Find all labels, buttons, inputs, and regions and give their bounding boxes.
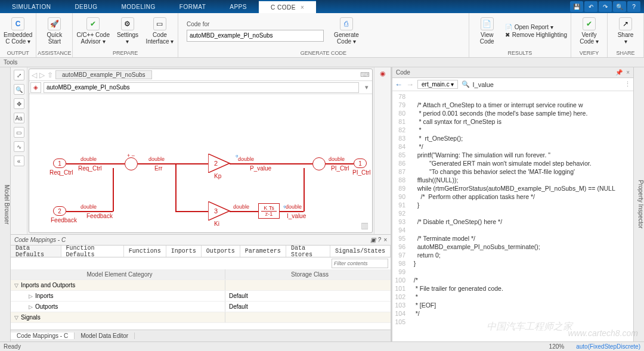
outport-1[interactable]: 1 bbox=[354, 159, 367, 168]
nav-back-icon[interactable]: ← bbox=[395, 80, 402, 89]
simulink-canvas[interactable]: 1 Req_Ctrl double Req_Ctrl 2 Feedback do… bbox=[29, 94, 372, 232]
verify-code-button[interactable]: ✔VerifyCode ▾ bbox=[575, 17, 603, 45]
resize-icon: ▥ bbox=[361, 220, 369, 230]
sum-block-2[interactable] bbox=[312, 157, 326, 170]
mappings-title: Code Mappings - C bbox=[14, 237, 66, 243]
foot-tab-mde[interactable]: Model Data Editor bbox=[75, 333, 135, 339]
signal-icon[interactable]: ∿ bbox=[14, 141, 24, 152]
code-interface-button[interactable]: ▭CodeInterface ▾ bbox=[145, 17, 174, 45]
table-row[interactable]: ▷InportsDefault bbox=[11, 291, 391, 302]
keyboard-icon[interactable]: ⌨ bbox=[360, 71, 370, 79]
table-row[interactable]: ▽Signals bbox=[11, 312, 391, 323]
zoom-fit-icon[interactable]: ⤢ bbox=[14, 70, 24, 80]
nav-fwd-icon[interactable]: ▷ bbox=[39, 71, 45, 79]
filter-input[interactable] bbox=[332, 259, 388, 268]
table-row[interactable]: ▽Inports and Outports bbox=[11, 280, 391, 291]
ribbon: CEmbeddedC Code ▾ OUTPUT 🚀QuickStart ASS… bbox=[0, 13, 644, 58]
maptab-outports[interactable]: Outports bbox=[202, 246, 240, 257]
svg-text:3: 3 bbox=[214, 207, 218, 215]
main-menubar: SIMULATION DEBUG MODELING FORMAT APPS C … bbox=[0, 0, 644, 13]
tab-debug[interactable]: DEBUG bbox=[63, 0, 109, 13]
more-icon[interactable]: ⋮ bbox=[624, 80, 631, 88]
discrete-integrator[interactable]: K Tsz-1 bbox=[258, 203, 280, 219]
code-for-input[interactable] bbox=[187, 30, 324, 42]
signal-log-icon[interactable]: ᵠ bbox=[283, 204, 286, 212]
settings-button[interactable]: ⚙Settings▾ bbox=[113, 17, 142, 45]
pan-icon[interactable]: ✥ bbox=[14, 98, 24, 109]
maptab-inports[interactable]: Inports bbox=[166, 246, 202, 257]
status-bar: Ready 120% auto(FixedStepDiscrete) bbox=[0, 341, 644, 351]
zoom-icon[interactable]: 🔍 bbox=[14, 84, 24, 95]
model-icon: ◈ bbox=[30, 82, 41, 93]
search-icon: 🔍 bbox=[462, 80, 470, 88]
foot-tab-mappings[interactable]: Code Mappings - C bbox=[11, 333, 75, 339]
maptab-data-stores[interactable]: Data Stores bbox=[286, 246, 330, 257]
address-input[interactable] bbox=[44, 82, 359, 93]
status-ready: Ready bbox=[4, 343, 21, 350]
code-search-input[interactable] bbox=[472, 81, 621, 88]
gain-kp[interactable]: 2 bbox=[208, 154, 231, 173]
nav-up-icon[interactable]: ⇧ bbox=[47, 71, 53, 79]
code-for-label: Code for bbox=[187, 21, 324, 27]
code-pane-title: Code bbox=[396, 69, 410, 76]
collapse-icon[interactable]: « bbox=[14, 156, 24, 166]
close-icon[interactable]: × bbox=[301, 4, 304, 11]
svg-text:2: 2 bbox=[214, 160, 218, 167]
breadcrumb[interactable]: autoMBD_example_PI_noSubs bbox=[55, 70, 152, 79]
maptab-function-defaults[interactable]: Function Defaults bbox=[61, 246, 124, 257]
search-icon[interactable]: 🔍 bbox=[613, 1, 626, 12]
view-code-button[interactable]: 📄ViewCode bbox=[473, 17, 501, 45]
status-solver[interactable]: auto(FixedStepDiscrete) bbox=[576, 343, 640, 350]
save-icon[interactable]: 💾 bbox=[570, 1, 583, 12]
model-browser-tab[interactable]: Model Browser bbox=[0, 67, 11, 341]
tab-apps[interactable]: APPS bbox=[218, 0, 259, 13]
close-icon[interactable]: × bbox=[626, 69, 630, 76]
signal-log-icon[interactable]: ᵠ bbox=[236, 153, 239, 161]
tools-row: Tools bbox=[0, 58, 644, 67]
status-zoom[interactable]: 120% bbox=[549, 343, 565, 350]
maptab-signals[interactable]: Signals/States bbox=[330, 246, 391, 257]
generate-code-button[interactable]: ⎙GenerateCode ▾ bbox=[332, 17, 361, 45]
maptab-parameters[interactable]: Parameters bbox=[240, 246, 286, 257]
quick-start-button[interactable]: 🚀QuickStart bbox=[40, 17, 69, 45]
property-inspector-tab[interactable]: Property Inspector bbox=[633, 67, 644, 341]
tab-c-code[interactable]: C CODE× bbox=[259, 0, 316, 13]
maptab-data-defaults[interactable]: Data Defaults bbox=[11, 246, 61, 257]
undo-icon[interactable]: ↶ bbox=[584, 1, 597, 12]
code-mappings-panel: Code Mappings - C ▣?× Data Defaults Func… bbox=[11, 234, 391, 341]
inport-2[interactable]: 2 bbox=[53, 206, 66, 216]
maximize-icon[interactable]: ▣ bbox=[370, 237, 376, 243]
svg-marker-2 bbox=[208, 201, 230, 220]
sum-block-1[interactable] bbox=[125, 157, 138, 170]
nav-back-icon[interactable]: ◁ bbox=[32, 71, 37, 79]
svg-marker-0 bbox=[208, 154, 230, 173]
image-icon[interactable]: ▭ bbox=[14, 127, 24, 138]
maptab-functions[interactable]: Functions bbox=[124, 246, 166, 257]
canvas-toolbar: ⤢ 🔍 ✥ Aa ▭ ∿ « bbox=[11, 67, 27, 234]
inport-1[interactable]: 1 bbox=[53, 159, 66, 168]
embedded-c-button[interactable]: CEmbeddedC Code ▾ bbox=[4, 17, 32, 45]
gain-ki[interactable]: 3 bbox=[208, 201, 231, 220]
record-icon[interactable]: ◉ bbox=[380, 70, 386, 77]
close-icon[interactable]: × bbox=[383, 237, 387, 243]
code-advisor-button[interactable]: ✔C/C++ CodeAdvisor ▾ bbox=[76, 17, 110, 45]
pin-icon[interactable]: 📌 bbox=[615, 69, 623, 76]
annotate-icon[interactable]: Aa bbox=[14, 113, 24, 123]
redo-icon[interactable]: ↷ bbox=[599, 1, 612, 12]
inport-2-label: Feedback bbox=[51, 217, 77, 223]
inport-1-label: Req_Ctrl bbox=[49, 169, 73, 176]
tab-modeling[interactable]: MODELING bbox=[109, 0, 167, 13]
tab-simulation[interactable]: SIMULATION bbox=[0, 0, 63, 13]
share-button[interactable]: ↗Share▾ bbox=[611, 17, 640, 45]
code-editor[interactable]: 7879 /* Attach rt_OneStep to a timer or … bbox=[392, 91, 633, 341]
dropdown-icon[interactable]: ▾ bbox=[361, 83, 372, 91]
open-report-button[interactable]: 📄 Open Report ▾ bbox=[505, 24, 567, 30]
help-icon[interactable]: ? bbox=[378, 237, 382, 243]
file-selector[interactable]: ert_main.c ▾ bbox=[417, 80, 458, 89]
tab-format[interactable]: FORMAT bbox=[168, 0, 218, 13]
nav-fwd-icon[interactable]: → bbox=[406, 80, 414, 89]
help-icon[interactable]: ? bbox=[627, 1, 640, 12]
remove-highlighting-button[interactable]: ✖ Remove Highlighting bbox=[505, 32, 567, 38]
table-row[interactable]: ▷OutportsDefault bbox=[11, 302, 391, 312]
